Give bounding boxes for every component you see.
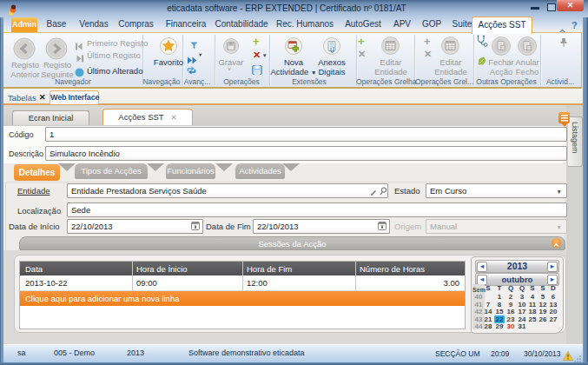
svg-text:Sem: Sem	[472, 287, 486, 293]
